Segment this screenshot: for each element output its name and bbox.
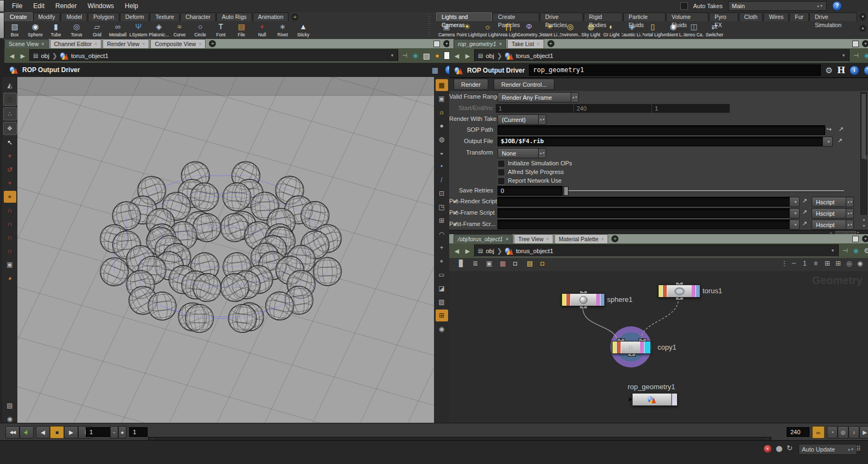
- dots-horizontal-icon[interactable]: ╌: [792, 260, 796, 267]
- shelf-tool-point-light[interactable]: ☀Point Light: [457, 21, 477, 39]
- tab-render-view[interactable]: Render View×: [103, 39, 149, 48]
- group-grid-icon[interactable]: ⊞: [436, 310, 448, 321]
- composite-icon[interactable]: ◘: [513, 260, 517, 267]
- gear-icon[interactable]: ⚙: [863, 247, 868, 255]
- spinner-icon[interactable]: ▲▼: [571, 92, 579, 102]
- grid-icon[interactable]: ⊞: [835, 260, 841, 267]
- output-connector[interactable]: [675, 297, 684, 300]
- shelf-tool-ambient-l-[interactable]: ◉Ambient L...: [663, 21, 684, 39]
- shelf-tab-lights-and-cameras[interactable]: Lights and Cameras: [436, 12, 492, 21]
- file-pick-icon[interactable]: ↗: [835, 137, 844, 144]
- frame-keyframe-button[interactable]: ◆: [118, 426, 126, 439]
- tab-rop-geometry1[interactable]: rop_geometry1×: [454, 39, 506, 48]
- shelf-tool-tube[interactable]: ▮Tube: [46, 21, 66, 39]
- lock-flag[interactable]: [692, 285, 695, 297]
- add-tab-button[interactable]: +: [547, 40, 554, 47]
- add-shelf-tab-button[interactable]: +: [291, 14, 298, 21]
- script-input[interactable]: [497, 208, 790, 218]
- tab-close-icon[interactable]: ×: [94, 40, 97, 48]
- camera-tool-icon[interactable]: ▣: [4, 259, 16, 270]
- scroll-up-icon[interactable]: ▲: [861, 217, 866, 221]
- network-overview-icon[interactable]: ▦: [432, 66, 438, 74]
- shelf-tab-pyro-fx[interactable]: Pyro FX: [709, 12, 738, 21]
- script-language-dropdown[interactable]: Hscript: [812, 220, 846, 230]
- shelf-tool-lsystem[interactable]: ΨLSystem: [128, 21, 149, 39]
- spinner-icon[interactable]: ▲▼: [846, 197, 854, 207]
- spinner-icon[interactable]: ▲▼: [846, 208, 854, 218]
- checkbox-6[interactable]: [497, 160, 505, 167]
- lock-flag[interactable]: [596, 294, 600, 306]
- node-copy1[interactable]: ∷: [612, 341, 651, 354]
- prim-numbers-icon[interactable]: ⊞: [436, 215, 448, 227]
- list-icon[interactable]: ≣: [473, 260, 478, 267]
- layer-display-icon[interactable]: ▦: [436, 79, 448, 91]
- shelf-tab-drive-particles[interactable]: Drive Particles: [540, 12, 583, 21]
- visualize-icon[interactable]: ◪: [436, 282, 448, 294]
- output-connector[interactable]: [628, 353, 636, 357]
- error-indicator-icon[interactable]: ×: [764, 445, 771, 453]
- hscroll-down-icon[interactable]: ▾: [857, 230, 859, 234]
- message-bubble-icon[interactable]: ⬤: [776, 445, 782, 452]
- shelf-tool-font[interactable]: TFont: [210, 21, 231, 39]
- shelf-tool-file[interactable]: ▤File: [231, 21, 252, 39]
- tab-close-icon[interactable]: ×: [142, 40, 145, 48]
- node-sphere1[interactable]: [561, 293, 605, 306]
- shelf-tool-sphere[interactable]: ◉Sphere: [25, 21, 46, 39]
- shelf-tab-texture[interactable]: Texture: [150, 12, 179, 21]
- tab-tree-view[interactable]: Tree View×: [514, 234, 553, 243]
- range-start-field[interactable]: 1: [129, 427, 148, 437]
- shelf-tools-more-icon[interactable]: ▼: [859, 25, 866, 32]
- shelf-tab-create[interactable]: Create: [4, 12, 33, 21]
- clock-options-button[interactable]: ◔: [827, 426, 838, 439]
- scrub-options-button[interactable]: ▶: [859, 426, 868, 439]
- render-flag[interactable]: [671, 394, 677, 405]
- tab-close-icon[interactable]: ×: [537, 40, 539, 48]
- take-selector[interactable]: Main▲▼: [728, 1, 827, 11]
- shelf-tool-stereo-ca-[interactable]: ◫Stereo Ca...: [684, 21, 704, 39]
- checkbox-8[interactable]: [497, 177, 505, 185]
- recook-icon[interactable]: ↻: [787, 444, 793, 452]
- menu-edit[interactable]: Edit: [28, 2, 50, 10]
- param-dropdown[interactable]: None: [497, 148, 539, 158]
- back-arrow-icon[interactable]: ◀: [8, 51, 16, 60]
- op-jump-icon[interactable]: ↪: [825, 126, 833, 133]
- forward-arrow-icon[interactable]: ▶: [463, 51, 472, 60]
- network-editor-canvas[interactable]: Geometry sphere1torus1∷copy1rop_geometry…: [449, 271, 868, 423]
- param-input[interactable]: [497, 125, 825, 135]
- tab-composite-view[interactable]: Composite View×: [150, 39, 206, 48]
- slider-track[interactable]: [565, 190, 844, 192]
- bypass-flag[interactable]: [617, 341, 621, 353]
- maximize-pane-icon[interactable]: [852, 41, 859, 47]
- shelf-tool-distant-li-[interactable]: ☀Distant Li...: [539, 21, 560, 39]
- node-name-field[interactable]: rop_geometry1: [529, 65, 821, 76]
- shelf-tab-wires[interactable]: Wires: [763, 12, 789, 21]
- pane-menu-icon[interactable]: ▼: [862, 235, 868, 242]
- tab-close-icon[interactable]: ×: [546, 235, 549, 243]
- shelf-tool-sticky[interactable]: ▲Sticky: [293, 21, 314, 39]
- param-field-1[interactable]: 240: [573, 104, 652, 113]
- maximize-pane-icon[interactable]: [433, 41, 440, 47]
- back-arrow-icon[interactable]: ◀: [452, 51, 461, 60]
- shelf-tab-cloth[interactable]: Cloth: [739, 12, 763, 21]
- render-control--button[interactable]: Render Control...: [494, 79, 554, 90]
- viewport-canvas[interactable]: persp1▼ cam1 [L]▼ yxz: [17, 77, 434, 423]
- help-icon[interactable]: ?: [864, 66, 868, 75]
- path-dropdown-icon[interactable]: ▼: [390, 53, 394, 58]
- snap-sphere-magnet-icon[interactable]: ∩: [4, 231, 16, 243]
- template-flag[interactable]: [659, 285, 662, 297]
- add-tab-button[interactable]: +: [611, 235, 618, 242]
- node-rop_geometry1[interactable]: [632, 393, 678, 406]
- normals-display-icon[interactable]: ●: [436, 120, 448, 132]
- template-flag[interactable]: [612, 341, 616, 353]
- snap-curve-magnet-icon[interactable]: ∩: [4, 218, 16, 230]
- op-pick-icon[interactable]: ↗: [800, 197, 809, 204]
- houdini-logo-icon[interactable]: H: [837, 65, 845, 75]
- template-flag[interactable]: [562, 294, 566, 306]
- script-language-dropdown[interactable]: Hscript: [812, 208, 846, 218]
- dots-vertical-icon[interactable]: ⋮: [781, 260, 788, 267]
- op-pick-icon[interactable]: ↗: [800, 209, 809, 216]
- pin-pane-icon[interactable]: ⊣: [852, 52, 860, 59]
- maximize-pane-icon[interactable]: [852, 236, 859, 242]
- path-dropdown-icon[interactable]: ▼: [831, 248, 835, 253]
- snap-magnet-icon[interactable]: ∩: [4, 245, 16, 257]
